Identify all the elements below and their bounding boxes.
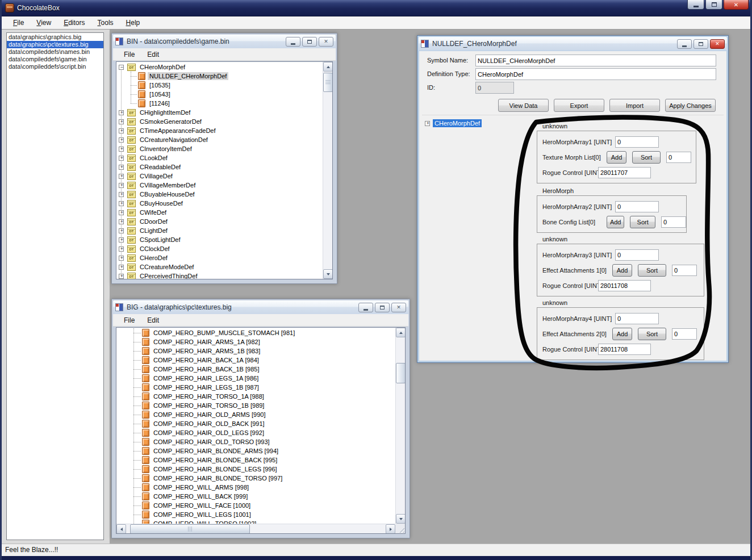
tree-expander-icon[interactable] <box>119 174 124 179</box>
big-close-button[interactable]: ✕ <box>391 303 406 312</box>
tree-item-label[interactable]: CHeroMorphDef <box>138 63 187 71</box>
sort-button[interactable]: Sort <box>638 264 666 277</box>
scroll-left-button[interactable] <box>116 524 126 534</box>
tree-item-label[interactable]: CInventoryItemDef <box>138 145 194 153</box>
tree-item[interactable]: CVillageDef <box>116 172 323 181</box>
tree-item[interactable]: CDoorDef <box>116 217 323 226</box>
tree-expander-icon[interactable] <box>119 265 124 270</box>
tree-item-label[interactable]: [11246] <box>148 99 172 107</box>
resize-grip[interactable] <box>398 526 404 533</box>
scrollbar-thumb[interactable] <box>396 363 406 383</box>
tree-item[interactable]: COMP_HERO_HAIR_ARMS_1A [982] <box>116 337 395 346</box>
sort-button[interactable]: Sort <box>630 216 655 228</box>
tree-item[interactable]: COMP_HERO_HAIR_OLD_BACK [991] <box>116 419 395 428</box>
scroll-down-button[interactable] <box>396 514 406 524</box>
tree-item-label[interactable]: COMP_HERO_HAIR_BACK_1A [984] <box>152 356 261 364</box>
menu-item[interactable]: File <box>118 49 141 60</box>
tree-item[interactable]: COMP_HERO_WILL_BACK [999] <box>116 492 395 501</box>
tree-expander-icon[interactable] <box>119 147 124 152</box>
big-horizontal-scrollbar[interactable] <box>116 524 395 533</box>
tree-item-label[interactable]: CSmokeGeneratorDef <box>138 118 203 126</box>
tree-expander-icon[interactable] <box>119 119 124 124</box>
menu-item[interactable]: Help <box>120 17 147 28</box>
tree-item-label[interactable]: COMP_HERO_HAIR_BLONDE_LEGS [996] <box>152 465 279 473</box>
tree-expander-icon[interactable] <box>119 246 124 252</box>
tree-item[interactable]: COMP_HERO_HAIR_TORSO_1B [989] <box>116 401 395 410</box>
symbol-name-input[interactable] <box>475 55 716 66</box>
tree-item-label[interactable]: COMP_HERO_HAIR_BLONDE_BACK [995] <box>152 456 279 464</box>
add-button[interactable]: Add <box>612 264 632 277</box>
tree-item-label[interactable]: CPerceivedThingDef <box>138 272 199 279</box>
tree-item[interactable]: COMP_HERO_WILL_FACE [1000] <box>116 501 395 510</box>
menu-item[interactable]: File <box>7 17 30 28</box>
value-input[interactable] <box>615 136 659 148</box>
tree-item-label[interactable]: CWifeDef <box>138 208 168 216</box>
action-button[interactable]: View Data <box>498 99 549 112</box>
tree-expander-icon[interactable] <box>131 94 137 95</box>
value-input[interactable] <box>615 249 659 261</box>
tree-item[interactable]: COMP_HERO_HAIR_OLD_ARMS [990] <box>116 410 395 419</box>
tree-item[interactable]: CLightDef <box>116 226 323 235</box>
tree-item-label[interactable]: CBuyHouseDef <box>138 199 185 207</box>
open-files-list[interactable]: data\graphics\graphics.bigdata\graphics\… <box>6 32 104 540</box>
tree-item-label[interactable]: COMP_HERO_WILL_LEGS [1001] <box>152 511 253 519</box>
menu-item[interactable]: Edit <box>141 49 165 60</box>
tree-item[interactable]: CClockDef <box>116 244 323 253</box>
tree-item[interactable]: COMP_HERO_WILL_ARMS [998] <box>116 483 395 492</box>
nulldef-titlebar[interactable]: NULLDEF_CHeroMorphDef ✕ <box>419 37 727 51</box>
file-list-item[interactable]: data\compileddefs\game.bin <box>7 56 103 63</box>
action-button[interactable]: Apply Changes <box>665 99 716 112</box>
tree-item-label[interactable]: COMP_HERO_HAIR_ARMS_1A [982] <box>152 338 262 346</box>
maximize-button[interactable] <box>705 0 722 10</box>
tree-item[interactable]: COMP_HERO_HAIR_LEGS_1B [987] <box>116 383 395 392</box>
tree-item-label[interactable]: COMP_HERO_WILL_ARMS [998] <box>152 483 250 491</box>
tree-item-label[interactable]: CTimeAppearanceFadeDef <box>138 127 218 135</box>
tree-item-label[interactable]: COMP_HERO_WILL_TORSO [1002] <box>152 520 258 524</box>
tree-item[interactable]: CInventoryItemDef <box>116 144 323 153</box>
tree-item-label[interactable]: COMP_HERO_HAIR_OLD_TORSO [993] <box>152 438 271 446</box>
tree-item-label[interactable]: CDoorDef <box>138 218 169 225</box>
tree-item[interactable]: [10543] <box>116 90 323 99</box>
add-button[interactable]: Add <box>607 151 626 164</box>
bin-maximize-button[interactable] <box>302 37 317 47</box>
tree-item-label[interactable]: COMP_HERO_BUMP_MUSCLE_STOMACH [981] <box>152 329 296 337</box>
tree-item[interactable]: COMP_HERO_HAIR_ARMS_1B [983] <box>116 346 395 356</box>
tree-item-label[interactable]: CLookDef <box>138 154 169 162</box>
menu-item[interactable]: View <box>30 17 57 28</box>
tree-expander-icon[interactable] <box>119 128 124 133</box>
bin-titlebar[interactable]: BIN - data\compileddefs\game.bin ✕ <box>113 35 336 48</box>
tree-item-label[interactable]: CLightDef <box>138 227 169 235</box>
tree-item[interactable]: COMP_HERO_HAIR_TORSO_1A [988] <box>116 392 395 401</box>
tree-item[interactable]: COMP_HERO_WILL_TORSO [1002] <box>116 519 395 524</box>
file-list-item[interactable]: data\compileddefs\names.bin <box>7 48 103 56</box>
scroll-down-button[interactable] <box>323 269 333 279</box>
tree-item[interactable]: NULLDEF_CHeroMorphDef <box>116 72 323 81</box>
tree-item[interactable]: COMP_HERO_BUMP_MUSCLE_STOMACH [981] <box>116 328 395 337</box>
scrollbar-thumb[interactable] <box>130 524 250 534</box>
tree-item[interactable]: CSpotLightDef <box>116 235 323 244</box>
sort-button[interactable]: Sort <box>632 151 661 164</box>
minimize-button[interactable] <box>687 0 704 10</box>
main-titlebar[interactable]: ChocolateBox ✕ <box>0 0 752 16</box>
file-list-item[interactable]: data\compileddefs\script.bin <box>7 63 103 70</box>
value-input[interactable] <box>661 216 686 228</box>
tree-expander-icon[interactable] <box>119 274 124 279</box>
tree-item-label[interactable]: COMP_HERO_WILL_BACK [999] <box>152 492 249 500</box>
tree-item[interactable]: CVillageMemberDef <box>116 181 323 190</box>
big-vertical-scrollbar[interactable] <box>395 328 405 524</box>
tree-item[interactable]: CSmokeGeneratorDef <box>116 117 323 126</box>
nulldef-maximize-button[interactable] <box>693 39 708 49</box>
menu-item[interactable]: Edit <box>141 315 165 326</box>
file-list-item[interactable]: data\graphics\graphics.big <box>7 34 103 41</box>
nulldef-minimize-button[interactable] <box>677 39 692 49</box>
tree-item[interactable]: COMP_HERO_HAIR_OLD_LEGS [992] <box>116 428 395 437</box>
close-button[interactable]: ✕ <box>724 0 749 10</box>
tree-expander-icon[interactable] <box>119 237 124 243</box>
tree-expander-icon[interactable] <box>131 85 137 86</box>
value-input[interactable] <box>672 328 697 340</box>
menu-item[interactable]: File <box>118 315 141 326</box>
action-button[interactable]: Export <box>554 99 604 112</box>
tree-item[interactable]: CHeroMorphDef <box>116 62 323 72</box>
file-list-item[interactable]: data\graphics\pc\textures.big <box>7 41 103 48</box>
value-input[interactable] <box>615 201 659 212</box>
